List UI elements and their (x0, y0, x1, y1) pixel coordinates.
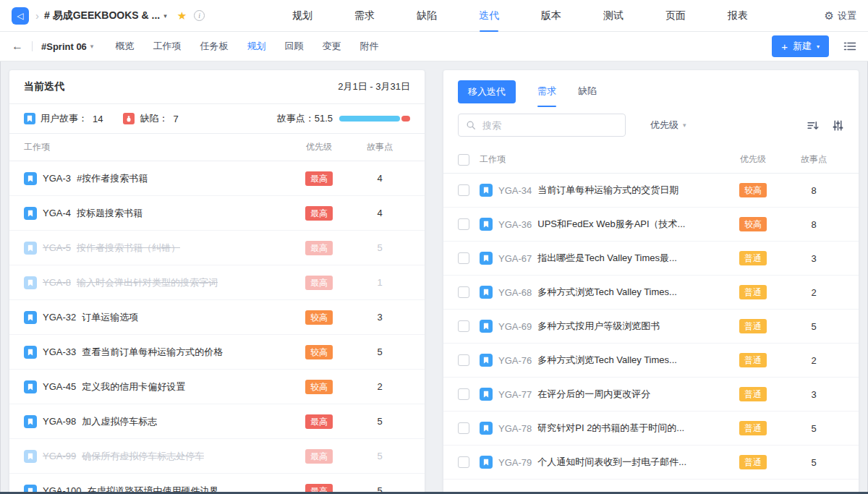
current-sprint-panel: 当前迭代 2月1日 - 3月31日 用户故事：14 缺陷：7 故事点：51.5 (9, 69, 425, 494)
sort-icon[interactable] (807, 119, 819, 132)
priority-filter-dropdown[interactable]: 优先级 ▾ (650, 119, 686, 132)
column-priority: 优先级 (289, 141, 349, 153)
row-checkbox[interactable] (458, 218, 469, 230)
issue-title: 输入时会弹出针对类型的搜索字词 (77, 276, 218, 289)
list-view-icon[interactable] (843, 41, 856, 52)
row-checkbox[interactable] (458, 354, 469, 366)
logo-glyph: ◁ (17, 11, 23, 21)
table-row[interactable]: YGA-99 确保所有虚拟停车标志处停车 最高 5 (9, 439, 425, 474)
sprint-name: #Sprint 06 (41, 41, 87, 52)
filter-settings-icon[interactable] (832, 119, 844, 132)
table-row[interactable]: YGA-32 订单运输选项 较高 3 (9, 300, 425, 335)
table-row[interactable]: YGA-68 多种方式浏览Tech Valley Times... 普通 2 (443, 276, 859, 310)
top-nav-tab[interactable]: 版本 (541, 0, 561, 32)
breadcrumb-chevron-icon: › (35, 9, 39, 22)
story-points: 3 (783, 253, 844, 264)
top-nav-tab[interactable]: 需求 (354, 0, 375, 32)
project-name: # 易成GEEKBOOKS & ... (44, 9, 160, 22)
table-row[interactable]: YGA-3 #按作者搜索书籍 最高 4 (9, 161, 425, 196)
sprint-tab[interactable]: 概览 (115, 40, 134, 53)
story-points: 8 (783, 219, 844, 230)
search-box[interactable] (458, 114, 626, 137)
table-row[interactable]: YGA-78 研究针对PI 2的书籍的基于时间的... 普通 5 (443, 412, 859, 446)
sprint-tab[interactable]: 工作项 (153, 40, 181, 53)
row-checkbox[interactable] (458, 252, 469, 264)
issue-id: YGA-79 (498, 457, 532, 468)
row-checkbox[interactable] (458, 456, 469, 468)
table-row[interactable]: YGA-98 加入虚拟停车标志 最高 5 (9, 404, 425, 439)
issue-id: YGA-77 (498, 389, 532, 400)
sprint-item-list: YGA-3 #按作者搜索书籍 最高 4 YGA-4 按标题搜索书籍 最高 4 Y… (9, 161, 425, 494)
favorite-star-icon[interactable]: ★ (177, 9, 187, 22)
select-all-checkbox[interactable] (458, 154, 469, 166)
sprint-tab[interactable]: 规划 (247, 40, 265, 53)
top-nav-tab[interactable]: 缺陷 (417, 0, 437, 32)
column-item: 工作项 (480, 153, 723, 166)
issue-title: #按作者搜索书籍 (77, 172, 148, 185)
table-row[interactable]: YGA-5 按作者搜索书籍（纠错） 最高 5 (9, 231, 425, 265)
user-story-label: 用户故事： (41, 112, 88, 125)
back-arrow-icon[interactable]: ← (12, 41, 23, 52)
sprint-tabs: 概览工作项任务板规划回顾变更附件 (115, 40, 378, 53)
sprint-selector[interactable]: #Sprint 06 ▾ (41, 41, 93, 52)
row-checkbox[interactable] (458, 320, 469, 332)
table-row[interactable]: YGA-79 个人通知时间表收到一封电子邮件... 普通 5 (443, 446, 859, 480)
user-story-icon (480, 218, 493, 231)
table-row[interactable]: YGA-76 多种方式浏览Tech Valley Times... 普通 2 (443, 344, 859, 378)
table-row[interactable]: YGA-100 在虚拟道路环境中使用硬件边界 最高 5 (9, 474, 425, 494)
user-story-icon (480, 388, 493, 401)
divider (32, 41, 33, 51)
top-nav-tab[interactable]: 规划 (292, 0, 312, 32)
priority-badge: 普通 (739, 319, 767, 333)
issue-title: 查看当前订单每种运输方式的价格 (82, 346, 223, 359)
story-points: 5 (349, 346, 410, 357)
settings-button[interactable]: ⚙ 设置 (825, 9, 856, 22)
info-icon[interactable]: i (194, 10, 205, 21)
top-nav-tab[interactable]: 页面 (665, 0, 686, 32)
app-logo-icon[interactable]: ◁ (12, 7, 29, 25)
table-row[interactable]: YGA-77 在评分后的一周内更改评分 普通 3 (443, 378, 859, 412)
table-row[interactable]: YGA-33 查看当前订单每种运输方式的价格 较高 5 (9, 335, 425, 370)
user-story-count: 14 (93, 114, 103, 124)
top-nav-tab[interactable]: 报表 (728, 0, 748, 32)
row-checkbox[interactable] (458, 184, 469, 196)
row-checkbox[interactable] (458, 286, 469, 298)
priority-badge: 最高 (305, 276, 333, 290)
row-checkbox[interactable] (458, 388, 469, 400)
user-story-stat: 用户故事：14 (24, 112, 103, 125)
issue-id: YGA-33 (43, 346, 76, 357)
table-row[interactable]: YGA-34 当前订单每种运输方式的交货日期 较高 8 (443, 174, 859, 208)
top-nav-tab[interactable]: 测试 (603, 0, 624, 32)
issue-id: YGA-78 (498, 423, 532, 434)
table-row[interactable]: YGA-8 输入时会弹出针对类型的搜索字词 最高 1 (9, 265, 425, 300)
story-points: 4 (349, 173, 410, 184)
top-bar: ◁ › # 易成GEEKBOOKS & ... ▾ ★ i 规划需求缺陷迭代版本… (0, 0, 868, 32)
backlog-tab[interactable]: 需求 (537, 85, 556, 107)
search-input[interactable] (481, 119, 618, 132)
issue-id: YGA-5 (43, 242, 71, 253)
table-row[interactable]: YGA-67 指出哪些是Tech Valley Times最... 普通 3 (443, 242, 859, 276)
defect-label: 缺陷： (140, 112, 168, 125)
table-header: 工作项 优先级 故事点 (9, 134, 425, 161)
story-points-progress-bar (339, 116, 410, 122)
top-nav-tab[interactable]: 迭代 (479, 0, 499, 32)
table-row[interactable]: YGA-69 多种方式按用户等级浏览图书 普通 5 (443, 310, 859, 344)
move-to-sprint-button[interactable]: 移入迭代 (458, 80, 516, 103)
sprint-tab[interactable]: 回顾 (284, 40, 303, 53)
table-row[interactable]: YGA-45 定义我的信用卡偏好设置 较高 2 (9, 370, 425, 404)
sprint-tab[interactable]: 变更 (322, 40, 341, 53)
priority-badge: 最高 (305, 171, 333, 186)
story-points: 3 (349, 312, 410, 323)
issue-id: YGA-98 (43, 416, 76, 427)
sprint-tab[interactable]: 任务板 (200, 40, 228, 53)
story-points: 2 (783, 355, 844, 366)
row-checkbox[interactable] (458, 422, 469, 434)
table-row[interactable]: YGA-4 按标题搜索书籍 最高 4 (9, 196, 425, 231)
plus-icon: + (781, 41, 788, 52)
settings-label: 设置 (838, 9, 856, 22)
project-switcher[interactable]: # 易成GEEKBOOKS & ... ▾ (44, 9, 167, 22)
create-new-button[interactable]: + 新建 ▾ (772, 35, 829, 57)
table-row[interactable]: YGA-36 UPS和FedEx Web服务API（技术... 较高 8 (443, 208, 859, 242)
backlog-tab[interactable]: 缺陷 (578, 85, 597, 107)
sprint-tab[interactable]: 附件 (359, 40, 378, 53)
